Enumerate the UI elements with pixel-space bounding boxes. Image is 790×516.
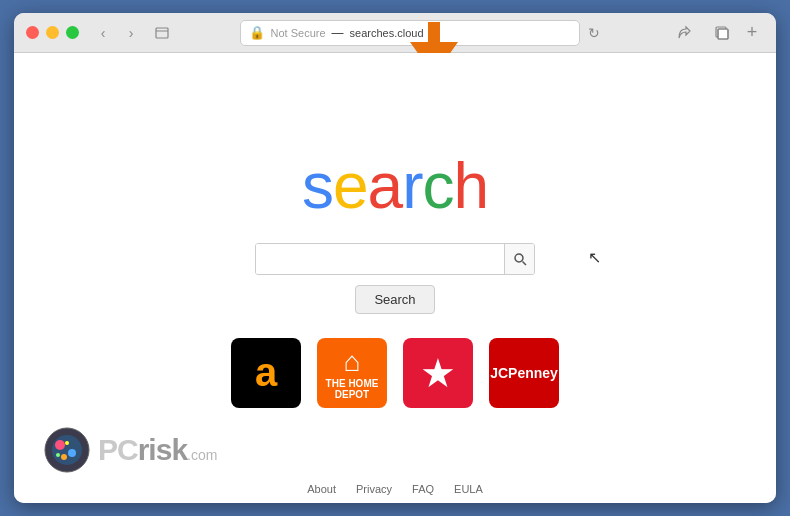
search-logo: search	[302, 149, 488, 223]
forward-button[interactable]: ›	[119, 21, 143, 45]
search-input-row	[255, 243, 535, 275]
share-button[interactable]	[672, 21, 696, 45]
svg-line-7	[522, 261, 526, 265]
macys-star: ★	[420, 350, 456, 396]
jcpenney-text: JCPenney	[490, 365, 558, 381]
footer-eula[interactable]: EULA	[454, 483, 483, 495]
search-button[interactable]: Search	[355, 285, 434, 314]
search-icon-button[interactable]	[504, 244, 534, 274]
new-window-button[interactable]	[710, 21, 734, 45]
bookmark-homedepot[interactable]: ⌂ THE HOMEDEPOT	[317, 338, 387, 408]
page-content: search Search a	[14, 53, 776, 503]
svg-point-14	[65, 441, 69, 445]
footer-privacy[interactable]: Privacy	[356, 483, 392, 495]
refresh-button[interactable]: ↻	[588, 25, 600, 41]
bookmark-jcpenney[interactable]: JCPenney	[489, 338, 559, 408]
nav-buttons: ‹ ›	[91, 21, 143, 45]
browser-window: ‹ › 🔒 Not Secure — searches.cloud	[14, 13, 776, 503]
svg-point-13	[56, 453, 60, 457]
logo-letter-r: r	[402, 150, 422, 222]
svg-point-10	[55, 440, 65, 450]
logo-letter-h: h	[453, 150, 488, 222]
add-button[interactable]: +	[740, 21, 764, 45]
security-label: Not Secure	[271, 27, 326, 39]
right-icons: ↻	[588, 25, 600, 41]
pcrisk-icon	[44, 427, 90, 473]
new-tab-button[interactable]	[151, 21, 175, 45]
watermark-pc: PC	[98, 433, 138, 467]
watermark-text-container: PC risk .com	[98, 433, 217, 467]
svg-point-9	[52, 435, 82, 465]
title-bar: ‹ › 🔒 Not Secure — searches.cloud	[14, 13, 776, 53]
logo-letter-s: s	[302, 150, 333, 222]
watermark-domain: .com	[187, 447, 217, 463]
svg-point-11	[68, 449, 76, 457]
search-input[interactable]	[256, 244, 504, 274]
back-button[interactable]: ‹	[91, 21, 115, 45]
amazon-logo: a	[255, 350, 277, 395]
svg-point-6	[515, 254, 523, 262]
mouse-cursor: ↖	[588, 248, 601, 267]
minimize-button[interactable]	[46, 26, 59, 39]
homedepot-house: ⌂	[326, 346, 379, 378]
search-form: Search	[255, 243, 535, 314]
svg-point-12	[61, 454, 67, 460]
address-bar[interactable]: 🔒 Not Secure — searches.cloud	[240, 20, 580, 46]
bookmarks-row: a ⌂ THE HOMEDEPOT ★ JCPenney	[231, 338, 559, 408]
magnifier-icon	[513, 252, 527, 266]
new-tab-icon	[155, 25, 171, 41]
logo-letter-a: a	[368, 150, 403, 222]
logo-letter-c: c	[422, 150, 453, 222]
svg-rect-4	[718, 29, 728, 39]
bookmark-amazon[interactable]: a	[231, 338, 301, 408]
address-bar-container: 🔒 Not Secure — searches.cloud ↻	[175, 20, 664, 46]
footer-about[interactable]: About	[307, 483, 336, 495]
svg-rect-0	[156, 28, 168, 38]
homedepot-text: THE HOMEDEPOT	[326, 378, 379, 400]
separator: —	[332, 26, 344, 40]
traffic-lights	[26, 26, 79, 39]
share-icon	[676, 25, 692, 41]
logo-letter-e: e	[333, 150, 368, 222]
footer-links: About Privacy FAQ EULA	[307, 483, 483, 495]
close-button[interactable]	[26, 26, 39, 39]
watermark-risk: risk	[138, 433, 187, 467]
bookmark-macys[interactable]: ★	[403, 338, 473, 408]
url-text: searches.cloud	[350, 27, 424, 39]
watermark: PC risk .com	[44, 427, 217, 473]
homedepot-logo: ⌂ THE HOMEDEPOT	[326, 346, 379, 400]
new-window-icon	[714, 25, 730, 41]
maximize-button[interactable]	[66, 26, 79, 39]
toolbar-right: +	[664, 21, 764, 45]
footer-faq[interactable]: FAQ	[412, 483, 434, 495]
